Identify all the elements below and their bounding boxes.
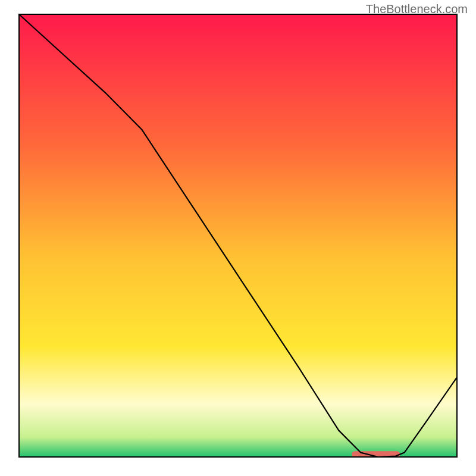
bottleneck-chart xyxy=(0,0,476,476)
chart-container: { "watermark": { "text": "TheBottleneck.… xyxy=(0,0,476,476)
plot-area xyxy=(19,14,457,458)
watermark-text: TheBottleneck.com xyxy=(366,2,468,16)
gradient-background xyxy=(19,14,457,457)
